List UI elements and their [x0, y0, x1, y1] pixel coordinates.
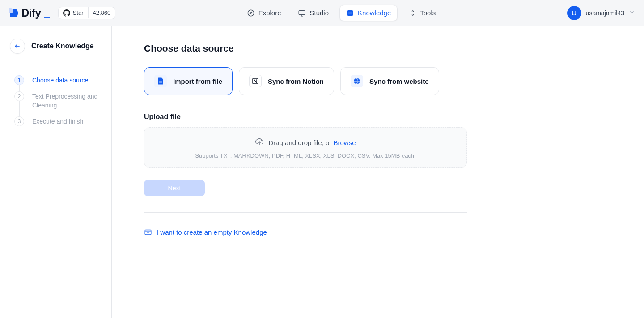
- next-button[interactable]: Next: [144, 180, 205, 196]
- username: usamajamil43: [586, 9, 624, 17]
- folder-plus-icon: [144, 228, 152, 236]
- step-number: 1: [14, 75, 24, 85]
- step-label: Execute and finish: [32, 116, 83, 126]
- create-empty-knowledge-link[interactable]: I want to create an empty Knowledge: [144, 228, 612, 236]
- nav-studio[interactable]: Studio: [292, 5, 335, 21]
- github-star-count: 42,860: [88, 7, 115, 18]
- top-header: Dify _ Star 42,860 Explore Studio: [0, 0, 644, 26]
- studio-icon: [298, 9, 306, 17]
- arrow-left-icon: [14, 43, 21, 50]
- svg-rect-7: [159, 81, 162, 81]
- github-star-label: Star: [73, 9, 84, 16]
- upload-dropzone[interactable]: Drag and drop file, or Browse Supports T…: [144, 127, 467, 168]
- user-menu[interactable]: U usamajamil43: [567, 6, 635, 20]
- step-3: 3 Execute and finish: [14, 116, 103, 126]
- main-nav: Explore Studio Knowledge Tools: [241, 5, 442, 21]
- nav-explore-label: Explore: [258, 9, 281, 17]
- globe-icon: [351, 75, 363, 87]
- step-label: Choose data source: [32, 75, 88, 85]
- source-sync-website[interactable]: Sync from website: [340, 67, 439, 95]
- body: Create Knowledge 1 Choose data source 2 …: [0, 26, 644, 318]
- nav-knowledge[interactable]: Knowledge: [339, 5, 398, 21]
- svg-rect-2: [299, 10, 305, 14]
- nav-explore[interactable]: Explore: [241, 5, 288, 21]
- notion-icon: [249, 75, 262, 87]
- github-star-button[interactable]: Star 42,860: [58, 7, 116, 19]
- book-icon: [346, 9, 354, 17]
- source-sync-notion[interactable]: Sync from Notion: [239, 67, 334, 95]
- source-import-file[interactable]: Import from file: [144, 67, 233, 95]
- back-button[interactable]: [10, 39, 25, 54]
- step-number: 3: [14, 116, 24, 126]
- compass-icon: [247, 9, 255, 17]
- upload-cloud-icon: [255, 138, 264, 148]
- nav-tools-label: Tools: [420, 9, 436, 17]
- upload-hint: Supports TXT, MARKDOWN, PDF, HTML, XLSX,…: [153, 152, 458, 159]
- browse-link[interactable]: Browse: [334, 139, 356, 146]
- upload-line: Drag and drop file, or Browse: [153, 138, 458, 148]
- steps-list: 1 Choose data source 2 Text Preprocessin…: [14, 75, 103, 126]
- tools-icon: [408, 9, 416, 17]
- source-label: Import from file: [173, 77, 222, 85]
- svg-rect-5: [348, 13, 352, 13]
- step-connector: [19, 85, 20, 91]
- nav-studio-label: Studio: [309, 9, 329, 17]
- app-logo[interactable]: Dify _: [9, 7, 50, 19]
- nav-tools[interactable]: Tools: [402, 5, 442, 21]
- step-1[interactable]: 1 Choose data source: [14, 75, 103, 85]
- main-content: Choose data source Import from file Sync…: [112, 26, 644, 318]
- source-cards: Import from file Sync from Notion Sync f…: [144, 67, 612, 95]
- github-icon: [63, 9, 70, 17]
- header-left: Dify _ Star 42,860: [9, 7, 115, 19]
- upload-drag-text: Drag and drop file, or: [268, 139, 333, 146]
- sidebar-header: Create Knowledge: [10, 39, 103, 54]
- upload-section-title: Upload file: [144, 113, 612, 121]
- svg-rect-8: [159, 82, 162, 82]
- nav-knowledge-label: Knowledge: [358, 9, 391, 17]
- divider: [144, 212, 467, 213]
- step-label: Text Preprocessing and Cleaning: [32, 91, 103, 110]
- logo-text: Dify: [21, 7, 41, 19]
- source-label: Sync from Notion: [268, 77, 324, 85]
- logo-cursor: _: [44, 7, 50, 19]
- chevron-down-icon: [629, 9, 635, 17]
- step-connector: [19, 101, 20, 116]
- sidebar: Create Knowledge 1 Choose data source 2 …: [0, 26, 112, 318]
- source-label: Sync from website: [369, 77, 429, 85]
- file-icon: [154, 75, 167, 87]
- step-number: 2: [14, 91, 24, 101]
- empty-link-label: I want to create an empty Knowledge: [157, 228, 267, 236]
- step-2: 2 Text Preprocessing and Cleaning: [14, 91, 103, 110]
- logo-icon: [9, 8, 19, 18]
- svg-rect-4: [348, 12, 352, 12]
- sidebar-title: Create Knowledge: [31, 42, 94, 50]
- svg-marker-1: [250, 12, 252, 14]
- page-title: Choose data source: [144, 43, 612, 54]
- avatar: U: [567, 6, 581, 20]
